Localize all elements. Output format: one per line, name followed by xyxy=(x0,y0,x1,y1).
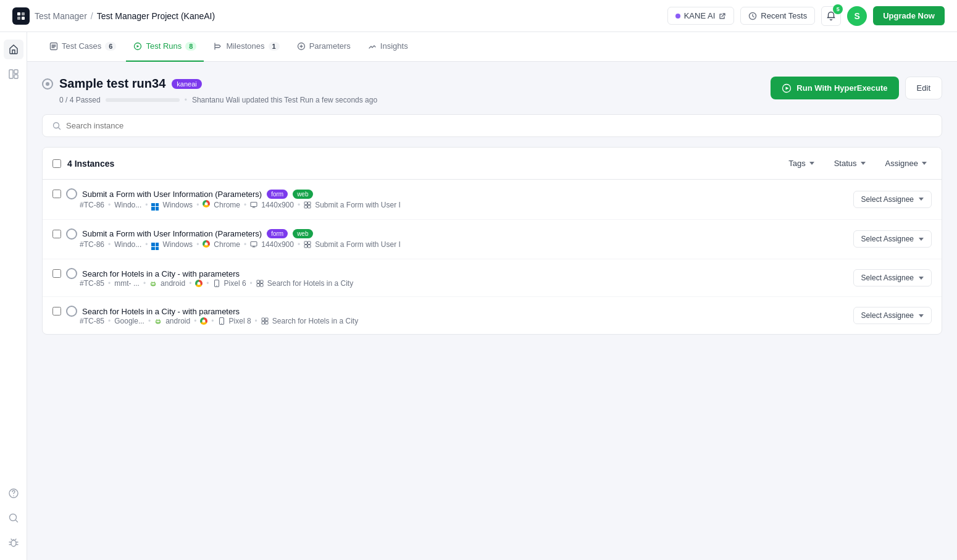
svg-rect-0 xyxy=(17,12,20,15)
notifications-button[interactable]: 5 xyxy=(821,6,841,26)
row-left: Submit a Form with User Information (Par… xyxy=(52,188,853,211)
tab-milestones[interactable]: Milestones 1 xyxy=(206,32,286,62)
run-hyperexecute-button[interactable]: Run With HyperExecute xyxy=(771,77,898,99)
row-outer: Search for Hotels in a City - with param… xyxy=(52,306,932,325)
tab-test-runs-label: Test Runs xyxy=(146,41,182,51)
row-actions-4: Select Assignee xyxy=(853,307,932,324)
row-status-icon-3 xyxy=(66,268,77,279)
svg-rect-21 xyxy=(304,205,307,208)
monitor-icon-2 xyxy=(250,241,257,248)
row-top-line: Submit a Form with User Information (Par… xyxy=(52,188,313,199)
row-browser-icon-1 xyxy=(203,200,210,209)
nav-right: KANE AI Recent Tests 5 S Upgrade Now xyxy=(667,6,945,26)
row-browser-icon-4 xyxy=(200,317,207,325)
row-testcase-1: Submit a Form with User I xyxy=(315,201,401,209)
test-runs-icon xyxy=(133,42,142,51)
edit-button[interactable]: Edit xyxy=(905,77,942,99)
tags-label: Tags xyxy=(788,159,805,168)
insights-icon xyxy=(368,42,377,51)
row-os-name-2: Windows xyxy=(162,240,193,249)
search-instance-bar[interactable] xyxy=(42,114,942,137)
row-meta-1: #TC-86 • Windo... • Windows • xyxy=(52,199,401,211)
row-title-3: Search for Hotels in a City - with param… xyxy=(82,269,240,278)
svg-rect-35 xyxy=(257,284,260,287)
row-outer: Submit a Form with User Information (Par… xyxy=(52,228,932,251)
test-run-header: Sample test run34 kaneai 0 / 4 Passed • … xyxy=(42,77,942,104)
svg-point-17 xyxy=(54,122,59,128)
sidebar-item-panel[interactable] xyxy=(4,64,23,84)
svg-point-32 xyxy=(216,285,217,286)
row-left: Submit a Form with User Information (Par… xyxy=(52,228,853,251)
row-browser-1: Chrome xyxy=(214,201,240,209)
tab-parameters[interactable]: Parameters xyxy=(290,32,358,62)
select-assignee-button-4[interactable]: Select Assignee xyxy=(853,307,932,324)
breadcrumb-home[interactable]: Test Manager xyxy=(35,11,87,21)
select-assignee-button-2[interactable]: Select Assignee xyxy=(853,230,932,248)
row-checkbox-2[interactable] xyxy=(52,230,61,238)
table-row: Submit a Form with User Information (Par… xyxy=(43,180,942,220)
tab-test-cases-label: Test Cases xyxy=(62,41,101,51)
test-run-meta: 0 / 4 Passed • Shantanu Wali updated thi… xyxy=(42,96,377,104)
svg-point-41 xyxy=(221,323,222,324)
search-icon xyxy=(52,122,61,130)
row-checkbox-1[interactable] xyxy=(52,190,61,198)
row-os-4: Google... xyxy=(114,317,144,325)
tab-insights-label: Insights xyxy=(380,41,408,51)
notification-badge: 5 xyxy=(833,4,843,14)
content-area: Sample test run34 kaneai 0 / 4 Passed • … xyxy=(27,62,957,349)
test-cases-icon xyxy=(49,42,58,51)
select-all-checkbox[interactable] xyxy=(52,159,61,168)
select-assignee-button-1[interactable]: Select Assignee xyxy=(853,191,932,208)
table-header: 4 Instances Tags Status Assignee xyxy=(43,148,942,180)
svg-point-15 xyxy=(46,82,49,86)
test-run-info: Sample test run34 kaneai 0 / 4 Passed • … xyxy=(42,77,377,104)
tags-chevron-icon xyxy=(809,162,814,165)
row-actions-1: Select Assignee xyxy=(853,191,932,208)
recent-tests-button[interactable]: Recent Tests xyxy=(740,7,815,25)
upgrade-now-button[interactable]: Upgrade Now xyxy=(873,6,945,25)
svg-rect-44 xyxy=(262,322,265,325)
row-tc-4: #TC-85 xyxy=(80,317,104,325)
instance-count: 4 Instances xyxy=(67,159,114,169)
breadcrumb: Test Manager / Test Manager Project (Kan… xyxy=(35,11,215,21)
tab-milestones-count: 1 xyxy=(269,42,280,51)
monitor-icon-1 xyxy=(250,201,257,209)
sidebar-item-bug[interactable] xyxy=(4,533,23,553)
row-badge-web-1: web xyxy=(293,190,312,199)
svg-point-38 xyxy=(159,320,160,322)
tags-column-header[interactable]: Tags xyxy=(784,156,819,170)
svg-rect-3 xyxy=(22,17,25,20)
select-assignee-label-3: Select Assignee xyxy=(861,274,914,282)
svg-rect-26 xyxy=(304,245,307,248)
assignee-column-header[interactable]: Assignee xyxy=(880,156,932,170)
status-column-header[interactable]: Status xyxy=(829,156,871,170)
tab-test-cases[interactable]: Test Cases 6 xyxy=(42,32,123,62)
main-layout: Test Cases 6 Test Runs 8 Milestones 1 Pa… xyxy=(0,32,957,560)
tab-insights[interactable]: Insights xyxy=(361,32,416,62)
row-os-1: Windo... xyxy=(114,201,141,209)
breadcrumb-separator: / xyxy=(91,11,93,21)
user-avatar[interactable]: S xyxy=(847,6,867,26)
meta-update-text: Shantanu Wali updated this Test Run a fe… xyxy=(192,96,377,104)
kane-ai-button[interactable]: KANE AI xyxy=(667,7,735,25)
svg-point-37 xyxy=(157,320,158,322)
svg-rect-45 xyxy=(265,322,268,325)
nav-left: Test Manager / Test Manager Project (Kan… xyxy=(12,7,215,25)
row-checkbox-4[interactable] xyxy=(52,307,61,316)
select-assignee-button-3[interactable]: Select Assignee xyxy=(853,269,932,286)
search-instance-input[interactable] xyxy=(66,121,932,130)
test-run-title-row: Sample test run34 kaneai xyxy=(42,77,377,91)
sidebar-item-search[interactable] xyxy=(4,508,23,528)
instances-table: 4 Instances Tags Status Assignee xyxy=(42,147,942,335)
row-os-icon-2 xyxy=(151,240,159,251)
test-run-title: Sample test run34 xyxy=(59,77,165,91)
svg-point-29 xyxy=(154,283,155,284)
tab-test-runs[interactable]: Test Runs 8 xyxy=(126,32,204,62)
row-browser-2: Chrome xyxy=(214,240,240,249)
meta-separator: • xyxy=(185,96,187,104)
row-meta-2: #TC-86 • Windo... • Windows • xyxy=(52,240,401,251)
sidebar-item-home[interactable] xyxy=(4,40,23,59)
row-checkbox-3[interactable] xyxy=(52,269,61,278)
sidebar-item-help[interactable] xyxy=(4,483,23,503)
svg-rect-34 xyxy=(260,280,263,283)
